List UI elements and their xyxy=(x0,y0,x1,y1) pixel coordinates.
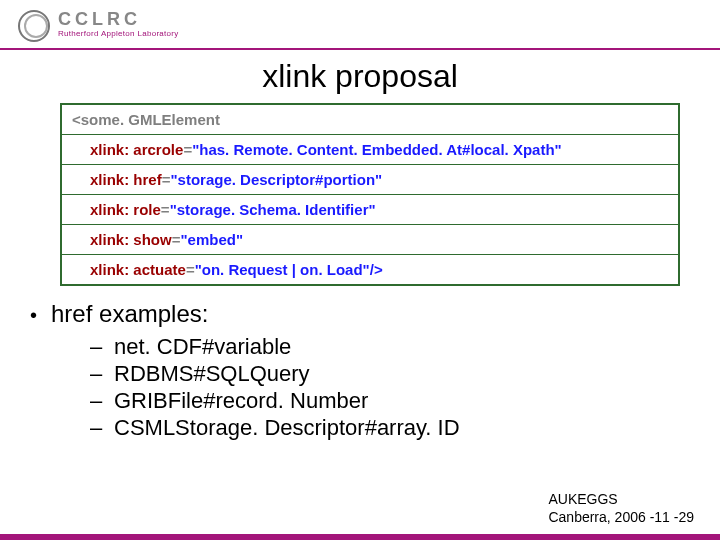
list-item: –GRIBFile#record. Number xyxy=(90,388,720,414)
examples-heading: href examples: xyxy=(51,300,208,328)
attr-name: xlink: role xyxy=(90,201,161,218)
element-open: <some. GMLElement xyxy=(72,111,220,128)
list-item: –CSMLStorage. Descriptor#array. ID xyxy=(90,415,720,441)
attr-value: "storage. Schema. Identifier" xyxy=(170,201,376,218)
attr-name: xlink: href xyxy=(90,171,162,188)
example-text: GRIBFile#record. Number xyxy=(114,388,368,414)
code-row: <some. GMLElement xyxy=(62,105,678,135)
org-acronym: CCLRC xyxy=(58,10,179,28)
example-text: net. CDF#variable xyxy=(114,334,291,360)
dash-icon: – xyxy=(90,361,114,387)
footer-line1: AUKEGGS xyxy=(548,491,694,509)
examples-section: • href examples: –net. CDF#variable –RDB… xyxy=(30,300,720,441)
slide-footer: AUKEGGS Canberra, 2006 -11 -29 xyxy=(548,491,694,526)
attr-value: "storage. Descriptor#portion" xyxy=(170,171,382,188)
examples-heading-row: • href examples: xyxy=(30,300,720,328)
org-full: Rutherford Appleton Laboratory xyxy=(58,30,179,38)
bottom-accent-bar xyxy=(0,534,720,540)
attr-name: xlink: arcrole xyxy=(90,141,183,158)
example-text: CSMLStorage. Descriptor#array. ID xyxy=(114,415,460,441)
list-item: –net. CDF#variable xyxy=(90,334,720,360)
bullet-icon: • xyxy=(30,304,37,327)
dash-icon: – xyxy=(90,388,114,414)
code-row: xlink: actuate="on. Request | on. Load"/… xyxy=(62,255,678,284)
dash-icon: – xyxy=(90,334,114,360)
list-item: –RDBMS#SQLQuery xyxy=(90,361,720,387)
logo-icon xyxy=(18,8,50,40)
code-box: <some. GMLElement xlink: arcrole="has. R… xyxy=(60,103,680,286)
logo-text: CCLRC Rutherford Appleton Laboratory xyxy=(58,10,179,38)
attr-value: "embed" xyxy=(180,231,243,248)
attr-value: "has. Remote. Content. Embedded. At#loca… xyxy=(192,141,562,158)
attr-name: xlink: actuate xyxy=(90,261,186,278)
slide-header: CCLRC Rutherford Appleton Laboratory xyxy=(0,0,720,50)
code-row: xlink: arcrole="has. Remote. Content. Em… xyxy=(62,135,678,165)
attr-name: xlink: show xyxy=(90,231,172,248)
attr-value: "on. Request | on. Load"/> xyxy=(195,261,383,278)
code-row: xlink: show="embed" xyxy=(62,225,678,255)
slide-title: xlink proposal xyxy=(0,58,720,95)
examples-list: –net. CDF#variable –RDBMS#SQLQuery –GRIB… xyxy=(90,334,720,441)
example-text: RDBMS#SQLQuery xyxy=(114,361,310,387)
footer-line2: Canberra, 2006 -11 -29 xyxy=(548,509,694,527)
code-row: xlink: href="storage. Descriptor#portion… xyxy=(62,165,678,195)
dash-icon: – xyxy=(90,415,114,441)
code-row: xlink: role="storage. Schema. Identifier… xyxy=(62,195,678,225)
